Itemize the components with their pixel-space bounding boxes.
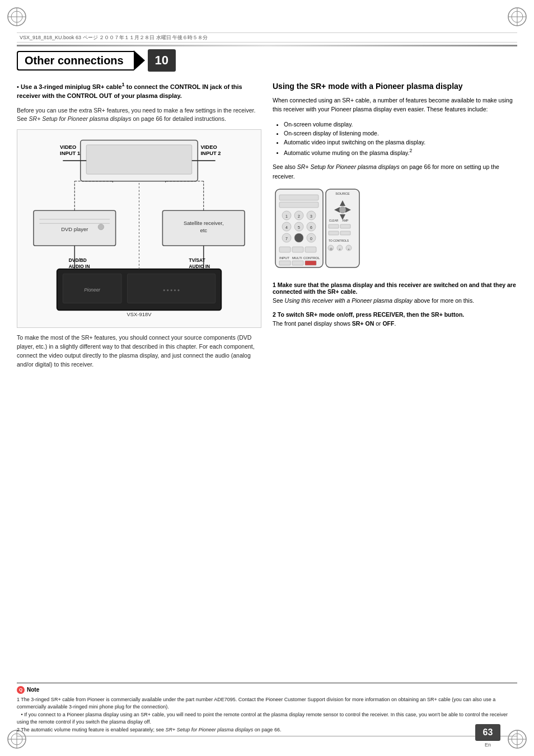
see-also-text: See also SR+ Setup for Pioneer plasma di…	[273, 162, 517, 181]
svg-text:INPUT 1: INPUT 1	[60, 150, 80, 156]
page-number-section: 63 En	[475, 724, 500, 748]
svg-rect-78	[279, 261, 291, 265]
note-footnote-3: 2 The automatic volume muting feature is…	[17, 726, 517, 734]
svg-rect-54	[279, 202, 318, 208]
svg-text:CLEAR: CLEAR	[329, 219, 339, 222]
svg-text:0: 0	[310, 237, 312, 241]
svg-text:2: 2	[298, 214, 300, 218]
svg-point-29	[98, 224, 104, 229]
svg-text:AUDIO IN: AUDIO IN	[69, 264, 90, 269]
svg-rect-89	[340, 224, 350, 228]
step-2: 2 To switch SR+ mode on/off, press RECEI…	[273, 311, 517, 328]
intro-text: Before you can use the extra SR+ feature…	[17, 106, 261, 124]
feature-list: On-screen volume display. On-screen disp…	[278, 120, 517, 157]
left-column: • Use a 3-ringed miniplug SR+ cable1 to …	[17, 81, 261, 711]
note-section: Q Note 1 The 3-ringed SR+ cable from Pio…	[17, 683, 517, 734]
svg-text:DVD/BD: DVD/BD	[69, 258, 87, 264]
svg-rect-73	[292, 247, 303, 252]
body-text: To make the most of the SR+ features, yo…	[17, 334, 261, 369]
svg-rect-18	[86, 145, 192, 174]
svg-text:AUDIO IN: AUDIO IN	[189, 264, 210, 269]
svg-text:3: 3	[310, 214, 312, 218]
feature-item-3: Automatic video input switching on the p…	[284, 138, 517, 147]
step-1-number: 1	[273, 281, 278, 288]
svg-text:1: 1	[285, 214, 288, 218]
svg-text:MULTI: MULTI	[292, 256, 302, 260]
connection-diagram: Pioneer plasma display VIDEO INPUT 1 VID…	[22, 134, 256, 322]
main-content: • Use a 3-ringed miniplug SR+ cable1 to …	[17, 81, 517, 711]
instruction-bullet: • Use a 3-ringed miniplug SR+ cable1 to …	[17, 81, 261, 101]
page-title: Other connections	[17, 51, 134, 71]
svg-rect-72	[279, 247, 291, 252]
bottom-rule	[17, 736, 517, 736]
svg-text:⊙: ⊙	[330, 247, 332, 251]
right-intro: When connected using an SR+ cable, a num…	[273, 96, 517, 114]
svg-rect-74	[305, 247, 316, 252]
top-rule	[17, 45, 517, 46]
step-2-number: 2	[273, 311, 278, 318]
svg-rect-91	[340, 231, 350, 235]
page-number: 63	[475, 724, 500, 741]
step-2-title: 2 To switch SR+ mode on/off, press RECEI…	[273, 311, 517, 318]
remote-diagram: 1 2 3 4 5 6 7 0 INPUT	[273, 186, 362, 276]
right-column: Using the SR+ mode with a Pioneer plasma…	[273, 81, 517, 711]
note-footnote-1: 1 The 3-ringed SR+ cable from Pioneer is…	[17, 696, 517, 711]
svg-text:7: 7	[285, 237, 288, 241]
diagram-area: Pioneer plasma display VIDEO INPUT 1 VID…	[17, 129, 261, 328]
title-tail	[134, 50, 145, 71]
svg-text:5: 5	[298, 226, 300, 229]
bullet-header: Use a 3-ringed miniplug SR+ cable1 to co…	[17, 83, 242, 100]
svg-text:● ● ● ● ●: ● ● ● ● ●	[163, 288, 180, 293]
svg-text:INPUT 2: INPUT 2	[200, 150, 221, 156]
svg-text:VSX-918V: VSX-918V	[127, 311, 152, 317]
bullet-marker: •	[17, 83, 21, 90]
svg-text:CONTROL: CONTROL	[303, 256, 320, 260]
corner-decoration-tl	[6, 6, 28, 28]
feature-item-4: Automatic volume muting on the plasma di…	[284, 147, 517, 157]
svg-rect-80	[305, 261, 316, 265]
file-info: VSX_918_818_KU.book 63 ページ ２００７年１１月２８日 水…	[20, 34, 208, 41]
svg-text:Pioneer: Pioneer	[84, 287, 101, 293]
svg-text:etc: etc	[200, 227, 207, 233]
step-1: 1 Make sure that the plasma display and …	[273, 281, 517, 306]
svg-text:+: +	[339, 247, 341, 251]
svg-rect-53	[279, 195, 318, 200]
svg-text:+: +	[348, 247, 350, 251]
step-2-body: The front panel display shows SR+ ON or …	[273, 320, 517, 328]
svg-text:VIDEO: VIDEO	[60, 144, 76, 150]
svg-point-69	[294, 233, 303, 242]
feature-item-2: On-screen display of listening mode.	[284, 129, 517, 138]
svg-point-86	[339, 206, 346, 213]
remote-area: 1 2 3 4 5 6 7 0 INPUT	[273, 186, 517, 276]
svg-text:VIDEO: VIDEO	[200, 144, 217, 150]
title-section: Other connections 10	[17, 49, 517, 72]
svg-text:SOURCE: SOURCE	[335, 192, 350, 195]
svg-rect-90	[329, 231, 339, 235]
right-section-title: Using the SR+ mode with a Pioneer plasma…	[273, 81, 517, 91]
chapter-badge: 10	[148, 49, 176, 72]
note-icon: Q	[17, 686, 25, 694]
step-1-body: See Using this receiver with a Pioneer p…	[273, 297, 517, 306]
note-header: Q Note	[17, 686, 517, 694]
svg-text:DVD player: DVD player	[61, 226, 88, 232]
svg-text:TV/SAT: TV/SAT	[189, 258, 206, 264]
svg-text:Satellite receiver,: Satellite receiver,	[184, 220, 224, 227]
svg-text:AMP: AMP	[343, 219, 349, 222]
svg-text:6: 6	[310, 226, 312, 229]
title-box: Other connections 10	[17, 49, 176, 72]
header-bar: VSX_918_818_KU.book 63 ページ ２００７年１１月２８日 水…	[17, 32, 517, 43]
page-lang: En	[485, 742, 491, 748]
corner-decoration-tr	[506, 6, 528, 28]
svg-text:INPUT: INPUT	[279, 256, 289, 260]
svg-text:TO CONTROLS: TO CONTROLS	[329, 239, 349, 242]
feature-item-1: On-screen volume display.	[284, 120, 517, 129]
svg-rect-79	[292, 261, 303, 265]
note-footnote-2: • If you connect to a Pioneer plasma dis…	[17, 711, 517, 726]
svg-rect-88	[329, 224, 339, 228]
step-1-title: 1 Make sure that the plasma display and …	[273, 281, 517, 295]
note-label: Note	[27, 687, 39, 693]
svg-text:4: 4	[285, 226, 288, 229]
